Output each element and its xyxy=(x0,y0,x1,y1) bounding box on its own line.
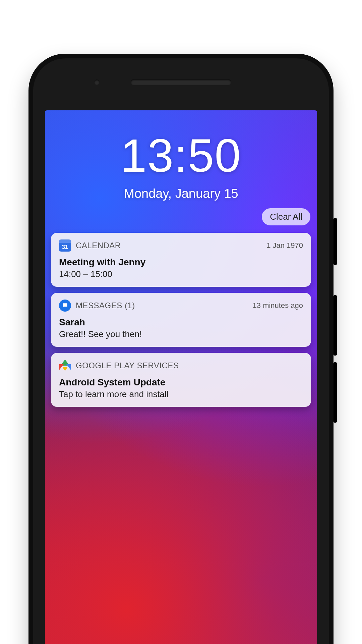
notification-title: Meeting with Jenny xyxy=(59,257,303,268)
volume-up-button[interactable] xyxy=(334,295,337,356)
front-camera xyxy=(94,79,100,85)
volume-down-button[interactable] xyxy=(334,362,337,423)
notification-timestamp: 13 minutes ago xyxy=(253,301,303,310)
notification-messages[interactable]: MESSAGES (1) 13 minutes ago Sarah Great!… xyxy=(51,293,311,347)
phone-bezel: 13:50 Monday, January 15 Clear All 31 xyxy=(33,58,329,644)
notification-body: Tap to learn more and install xyxy=(59,389,303,399)
messages-icon xyxy=(59,300,71,312)
notification-app-label: GOOGLE PLAY SERVICES xyxy=(76,361,179,370)
calendar-icon: 31 xyxy=(59,239,71,252)
notification-body: Great!! See you then! xyxy=(59,329,303,339)
notification-title: Android System Update xyxy=(59,377,303,388)
clock: 13:50 xyxy=(45,132,317,179)
notification-body: 14:00 – 15:00 xyxy=(59,269,303,279)
phone-frame: 13:50 Monday, January 15 Clear All 31 xyxy=(28,54,334,644)
notification-list: 31 CALENDAR 1 Jan 1970 Meeting with Jenn… xyxy=(45,229,317,407)
power-button[interactable] xyxy=(334,218,337,265)
google-play-icon xyxy=(59,360,71,372)
notification-timestamp: 1 Jan 1970 xyxy=(266,241,303,250)
notification-title: Sarah xyxy=(59,317,303,328)
notification-app-label: MESSAGES (1) xyxy=(76,301,135,310)
notification-play-services[interactable]: GOOGLE PLAY SERVICES Android System Upda… xyxy=(51,353,311,407)
calendar-icon-day: 31 xyxy=(59,243,71,252)
notification-app-label: CALENDAR xyxy=(76,241,121,250)
notification-calendar[interactable]: 31 CALENDAR 1 Jan 1970 Meeting with Jenn… xyxy=(51,233,311,287)
phone-speaker xyxy=(131,79,231,85)
clear-all-button[interactable]: Clear All xyxy=(262,208,310,225)
lock-screen[interactable]: 13:50 Monday, January 15 Clear All 31 xyxy=(45,110,317,644)
date-label: Monday, January 15 xyxy=(45,186,317,201)
